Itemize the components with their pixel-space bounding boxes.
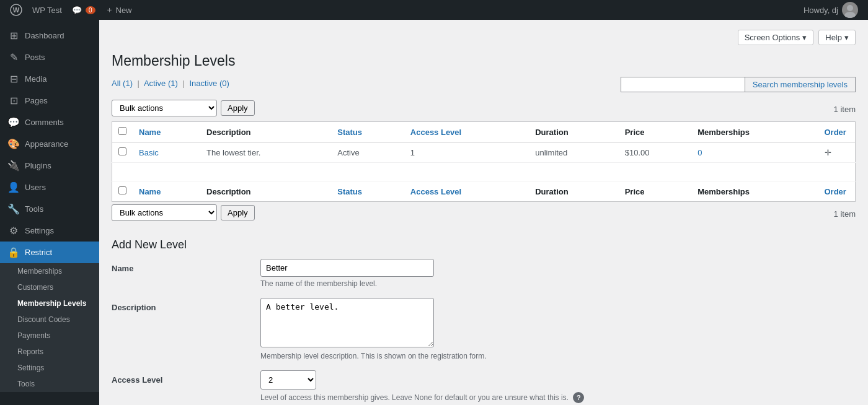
sidebar-item-media[interactable]: ⊟ Media: [0, 68, 99, 90]
sort-status-link-footer[interactable]: Status: [337, 187, 362, 196]
submenu-tools[interactable]: Tools: [0, 376, 99, 392]
sidebar-item-restrict[interactable]: 🔒 Restrict: [0, 242, 99, 263]
layout: ⊞ Dashboard ✎ Posts ⊟ Media ⊡ Pages 💬 Co…: [0, 20, 868, 405]
apply-button-top[interactable]: Apply: [221, 100, 255, 116]
sidebar-item-dashboard[interactable]: ⊞ Dashboard: [0, 25, 99, 46]
search-membership-levels-button[interactable]: Search membership levels: [745, 77, 856, 92]
col-header-duration: Duration: [529, 122, 618, 142]
search-input[interactable]: [621, 77, 745, 92]
access-level-select[interactable]: None 1 2 3 4 5: [260, 370, 316, 390]
submenu-memberships[interactable]: Memberships: [0, 263, 99, 279]
svg-point-2: [847, 5, 853, 11]
sort-name-link[interactable]: Name: [139, 128, 161, 137]
description-hint: Membership level description. This is sh…: [260, 352, 856, 360]
col-header-order: Order: [818, 122, 856, 142]
adminbar-howdy[interactable]: Howdy, dj: [799, 2, 863, 18]
chevron-down-icon-help: ▾: [844, 33, 849, 42]
membership-levels-table: Name Description Status Access Level Dur…: [112, 121, 856, 202]
bulk-actions-select-bottom[interactable]: Bulk actions: [112, 204, 217, 221]
adminbar-site-name[interactable]: WP Test: [27, 0, 67, 20]
row-name-link[interactable]: Basic: [139, 148, 159, 157]
col-footer-status: Status: [331, 181, 404, 202]
items-count-top: 1 item: [834, 105, 856, 114]
sidebar-item-posts[interactable]: ✎ Posts: [0, 46, 99, 68]
sort-order-link-footer[interactable]: Order: [825, 187, 846, 196]
row-memberships-link[interactable]: 0: [698, 148, 702, 157]
sort-access-level-link-footer[interactable]: Access Level: [410, 187, 461, 196]
wp-logo[interactable]: W: [5, 4, 27, 16]
sort-status-link[interactable]: Status: [337, 128, 362, 137]
row-price: $10.00: [619, 142, 692, 163]
add-new-level-title: Add New Level: [112, 238, 856, 251]
main-content: Screen Options ▾ Help ▾ Membership Level…: [99, 20, 868, 405]
row-access-level: 1: [404, 142, 529, 163]
plugins-icon: 🔌: [7, 160, 20, 172]
help-button[interactable]: Help ▾: [818, 30, 856, 45]
name-field: The name of the membership level.: [260, 259, 856, 288]
restrict-submenu: Memberships Customers Membership Levels …: [0, 263, 99, 392]
filter-links: All (1) | Active (1) | Inactive (0): [112, 79, 229, 88]
submenu-membership-levels[interactable]: Membership Levels: [0, 295, 99, 311]
apply-button-bottom[interactable]: Apply: [221, 205, 255, 220]
bulk-bar-bottom: Bulk actions Apply: [112, 204, 834, 221]
select-all-checkbox-bottom[interactable]: [118, 186, 126, 194]
submenu-customers[interactable]: Customers: [0, 279, 99, 295]
restrict-icon: 🔒: [7, 246, 20, 258]
bulk-actions-select-top[interactable]: Bulk actions: [112, 100, 217, 116]
submenu-discount-codes[interactable]: Discount Codes: [0, 311, 99, 328]
screen-options-button[interactable]: Screen Options ▾: [738, 30, 814, 45]
filter-all[interactable]: All (1): [112, 79, 133, 88]
plus-icon: ＋: [105, 4, 113, 15]
row-description: The lowest tier.: [200, 142, 331, 163]
adminbar-new[interactable]: ＋ New: [100, 0, 137, 20]
sidebar-item-comments[interactable]: 💬 Comments: [0, 111, 99, 133]
form-row-name: Name The name of the membership level.: [112, 259, 856, 288]
top-bar: Screen Options ▾ Help ▾: [112, 30, 856, 45]
svg-point-3: [844, 12, 856, 18]
sidebar-item-plugins[interactable]: 🔌 Plugins: [0, 155, 99, 176]
sidebar-item-tools[interactable]: 🔧 Tools: [0, 198, 99, 220]
svg-text:W: W: [13, 6, 20, 14]
sidebar-item-users[interactable]: 👤 Users: [0, 176, 99, 198]
comments-icon: 💬: [7, 116, 20, 128]
col-footer-cb: [112, 181, 133, 202]
table-footer-row: Name Description Status Access Level Dur…: [112, 181, 856, 202]
col-footer-memberships: Memberships: [691, 181, 818, 202]
bulk-bar-top: Bulk actions Apply: [112, 100, 834, 116]
table-empty-row: [112, 163, 856, 181]
appearance-icon: 🎨: [7, 138, 20, 150]
submenu-settings[interactable]: Settings: [0, 360, 99, 376]
row-checkbox[interactable]: [118, 147, 126, 155]
filter-active[interactable]: Active (1): [144, 79, 178, 88]
sidebar-item-settings[interactable]: ⚙ Settings: [0, 220, 99, 242]
settings-icon: ⚙: [7, 225, 20, 237]
form-row-description: Description A better level. Membership l…: [112, 298, 856, 360]
users-icon: 👤: [7, 181, 20, 193]
table-row: Basic The lowest tier. Active 1 unlimite…: [112, 142, 856, 163]
row-drag-handle[interactable]: ✛: [818, 142, 856, 163]
col-header-price: Price: [619, 122, 692, 142]
sidebar: ⊞ Dashboard ✎ Posts ⊟ Media ⊡ Pages 💬 Co…: [0, 20, 99, 405]
sort-access-level-link[interactable]: Access Level: [410, 128, 461, 137]
adminbar-comments[interactable]: 💬 0: [67, 0, 100, 20]
row-name: Basic: [133, 142, 200, 163]
filter-inactive[interactable]: Inactive (0): [189, 79, 229, 88]
items-count-bottom: 1 item: [834, 209, 856, 219]
select-all-checkbox-top[interactable]: [118, 127, 126, 135]
page-title: Membership Levels: [112, 53, 856, 69]
sidebar-item-appearance[interactable]: 🎨 Appearance: [0, 133, 99, 155]
chevron-down-icon: ▾: [802, 33, 807, 42]
sort-order-link[interactable]: Order: [825, 128, 846, 137]
col-header-memberships: Memberships: [691, 122, 818, 142]
name-hint: The name of the membership level.: [260, 279, 856, 288]
submenu-payments[interactable]: Payments: [0, 328, 99, 344]
access-level-hint: Level of access this membership gives. L…: [260, 392, 856, 403]
access-level-help-icon[interactable]: ?: [573, 392, 584, 403]
col-header-cb: [112, 122, 133, 142]
col-footer-access-level: Access Level: [404, 181, 529, 202]
sidebar-item-pages[interactable]: ⊡ Pages: [0, 90, 99, 111]
submenu-reports[interactable]: Reports: [0, 344, 99, 360]
name-input[interactable]: [260, 259, 434, 277]
sort-name-link-footer[interactable]: Name: [139, 187, 161, 196]
description-textarea[interactable]: A better level.: [260, 298, 434, 347]
